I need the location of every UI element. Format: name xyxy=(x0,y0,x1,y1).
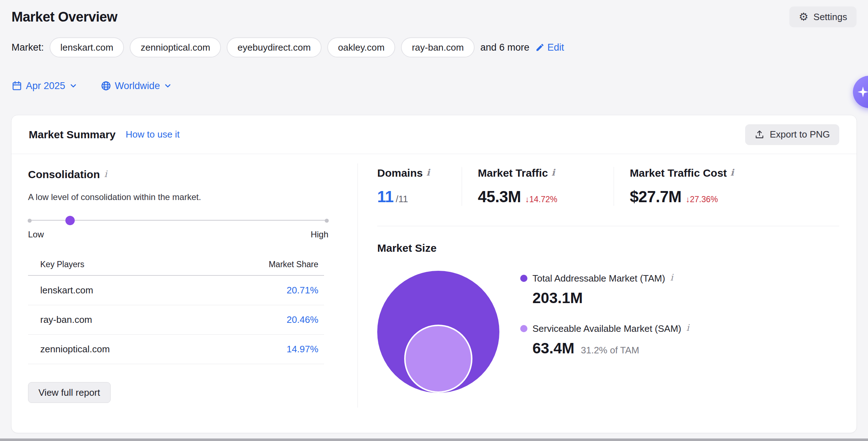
market-domain-chip: oakley.com xyxy=(327,37,396,57)
filters-row: Apr 2025 Worldwide xyxy=(11,78,857,93)
info-icon[interactable]: i xyxy=(426,167,430,178)
market-definition-row: Market: lenskart.com zennioptical.com ey… xyxy=(11,37,857,57)
info-icon[interactable]: i xyxy=(686,322,689,333)
table-header: Key Players Market Share xyxy=(28,260,324,276)
market-domain-chip: lenskart.com xyxy=(50,37,124,57)
consolidation-slider-handle[interactable] xyxy=(65,216,75,225)
tam-legend-item: Total Addressable Market (TAM) i xyxy=(520,273,689,284)
topbar: Market Overview ⚙ Settings xyxy=(0,0,868,29)
stat-value: 45.3M xyxy=(478,188,521,206)
chevron-down-icon xyxy=(163,82,172,90)
consolidation-slider xyxy=(28,216,328,225)
sparkle-icon xyxy=(857,85,868,98)
market-size-title: Market Size xyxy=(377,242,839,254)
info-icon[interactable]: i xyxy=(104,169,107,179)
gear-icon: ⚙ xyxy=(799,11,808,22)
stats-divider xyxy=(377,226,839,226)
slider-start-dot xyxy=(28,219,32,223)
card-body: Consolidation i A low level of consolida… xyxy=(11,154,857,433)
card-title: Market Summary xyxy=(29,129,116,141)
sam-value: 63.4M xyxy=(532,340,574,357)
stat-label: Domains xyxy=(377,167,423,179)
stat-market-traffic: Market Traffic i 45.3M ↓14.72% xyxy=(462,167,614,206)
bottom-strip xyxy=(0,438,868,441)
globe-icon xyxy=(101,80,111,91)
market-domain-chip: zennioptical.com xyxy=(130,37,221,57)
player-domain: zennioptical.com xyxy=(40,344,110,355)
table-row: zennioptical.com 14.97% xyxy=(28,335,324,364)
market-domain-chip: eyebuydirect.com xyxy=(227,37,322,57)
consolidation-description: A low level of consolidation within the … xyxy=(28,192,357,202)
market-share-header: Market Share xyxy=(269,260,318,269)
info-icon[interactable]: i xyxy=(551,167,555,178)
edit-label: Edit xyxy=(548,42,564,53)
settings-label: Settings xyxy=(813,11,847,23)
slider-low-label: Low xyxy=(28,229,44,240)
how-to-use-link[interactable]: How to use it xyxy=(126,129,180,140)
sam-dot-icon xyxy=(520,325,527,332)
tam-value: 203.1M xyxy=(532,289,689,307)
market-more-text: and 6 more xyxy=(480,42,530,53)
sam-label: Serviceable Available Market (SAM) xyxy=(532,323,681,334)
stat-label: Market Traffic Cost xyxy=(630,167,727,179)
region-filter[interactable]: Worldwide xyxy=(101,80,172,92)
date-filter[interactable]: Apr 2025 xyxy=(11,80,78,92)
view-full-report-button[interactable]: View full report xyxy=(28,382,111,403)
pencil-icon xyxy=(535,43,545,52)
tam-label: Total Addressable Market (TAM) xyxy=(532,273,665,284)
market-label: Market: xyxy=(11,42,44,53)
player-domain: ray-ban.com xyxy=(40,314,92,325)
card-header: Market Summary How to use it Export to P… xyxy=(11,115,857,154)
stat-change: ↓14.72% xyxy=(525,195,558,204)
consolidation-section: Consolidation i A low level of consolida… xyxy=(11,154,357,433)
edit-market-link[interactable]: Edit xyxy=(535,42,564,53)
player-share-link[interactable]: 20.46% xyxy=(287,314,318,325)
sam-circle xyxy=(404,325,472,393)
page-title: Market Overview xyxy=(11,9,117,25)
market-summary-card: Market Summary How to use it Export to P… xyxy=(11,115,857,433)
export-label: Export to PNG xyxy=(770,129,830,140)
market-overview-page: Market Overview ⚙ Settings Market: lensk… xyxy=(0,0,868,433)
consolidation-title: Consolidation xyxy=(28,168,100,181)
key-players-table: Key Players Market Share lenskart.com 20… xyxy=(28,260,324,364)
market-size-chart: Total Addressable Market (TAM) i 203.1M … xyxy=(377,254,839,409)
player-share-link[interactable]: 20.71% xyxy=(287,285,318,296)
player-share-link[interactable]: 14.97% xyxy=(287,344,318,355)
region-filter-value: Worldwide xyxy=(115,80,160,92)
export-png-button[interactable]: Export to PNG xyxy=(745,124,839,145)
key-players-header: Key Players xyxy=(40,260,84,269)
info-icon[interactable]: i xyxy=(670,272,673,283)
tam-dot-icon xyxy=(520,275,527,282)
stat-suffix: /11 xyxy=(396,194,408,205)
market-domain-chip: ray-ban.com xyxy=(401,37,475,57)
slider-end-dot xyxy=(325,219,329,223)
bubble-chart xyxy=(377,271,499,393)
market-stats-section: Domains i 11 /11 Market Traffic i xyxy=(358,154,857,433)
stat-market-traffic-cost: Market Traffic Cost i $27.7M ↓27.36% xyxy=(614,167,734,206)
settings-button[interactable]: ⚙ Settings xyxy=(789,6,857,27)
info-icon[interactable]: i xyxy=(730,167,734,178)
stat-value: $27.7M xyxy=(630,188,682,206)
sam-legend-item: Serviceable Available Market (SAM) i xyxy=(520,323,689,334)
table-row: ray-ban.com 20.46% xyxy=(28,305,324,335)
slider-high-label: High xyxy=(311,229,328,240)
table-row: lenskart.com 20.71% xyxy=(28,276,324,305)
date-filter-value: Apr 2025 xyxy=(26,80,65,92)
market-size-legend: Total Addressable Market (TAM) i 203.1M … xyxy=(520,273,689,357)
sam-note: 31.2% of TAM xyxy=(581,345,639,356)
stat-label: Market Traffic xyxy=(478,167,548,179)
stats-row: Domains i 11 /11 Market Traffic i xyxy=(377,167,839,206)
export-icon xyxy=(754,130,765,140)
stat-domains: Domains i 11 /11 xyxy=(377,167,462,206)
player-domain: lenskart.com xyxy=(40,285,93,296)
stat-change: ↓27.36% xyxy=(686,195,718,204)
chevron-down-icon xyxy=(69,82,78,90)
stat-value: 11 xyxy=(377,188,394,206)
calendar-icon xyxy=(11,80,22,91)
